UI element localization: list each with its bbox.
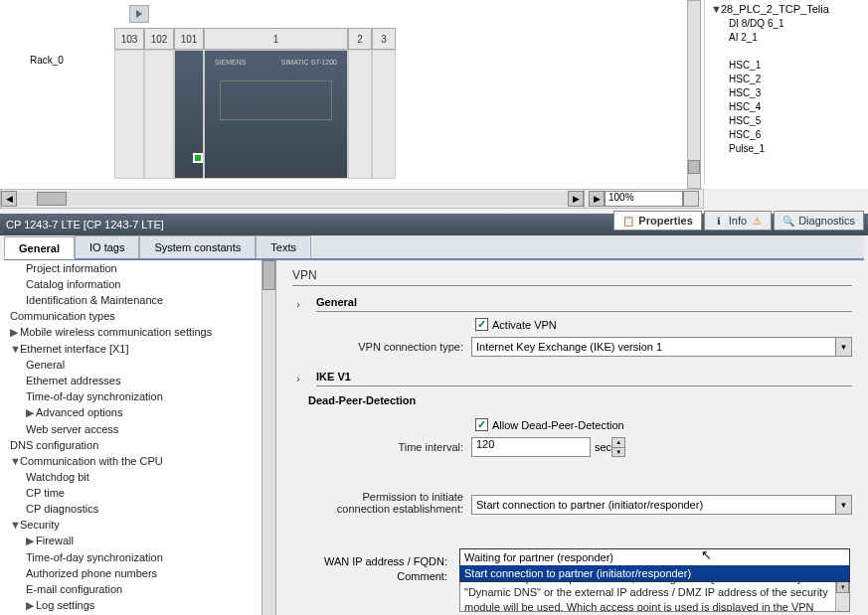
nav-item[interactable]: General bbox=[0, 357, 275, 373]
time-interval-spinner[interactable]: ▲▼ bbox=[611, 437, 625, 457]
chevron-right-icon[interactable]: ▶ bbox=[10, 326, 20, 339]
tree-item[interactable]: HSC_5 bbox=[707, 113, 866, 127]
tab-io-tags[interactable]: IO tags bbox=[75, 235, 139, 258]
tree-item[interactable]: AI 2_1 bbox=[707, 30, 866, 44]
play-button[interactable] bbox=[129, 5, 149, 23]
wan-ip-label: WAN IP address / FQDN: bbox=[276, 555, 455, 567]
plc-model: SIMATIC S7-1200 bbox=[281, 59, 337, 73]
nav-item[interactable]: Web server access bbox=[0, 421, 275, 437]
activate-vpn-checkbox[interactable] bbox=[475, 318, 488, 331]
tree-item[interactable]: Pulse_1 bbox=[707, 141, 866, 155]
allow-dpd-checkbox[interactable] bbox=[475, 418, 488, 431]
nav-item[interactable]: Identification & Maintenance bbox=[0, 292, 275, 308]
expander-ike[interactable]: › IKE V1 bbox=[292, 371, 852, 386]
slot-header-102: 102 bbox=[144, 28, 174, 50]
permission-dropdown-list[interactable]: Waiting for partner (responder) Start co… bbox=[459, 548, 850, 582]
tree-item[interactable]: HSC_6 bbox=[707, 127, 866, 141]
slot-header-3: 3 bbox=[372, 28, 396, 50]
nav-item[interactable]: ▶Advanced options bbox=[0, 404, 275, 421]
activate-vpn-label: Activate VPN bbox=[492, 319, 557, 331]
tree-item[interactable]: HSC_3 bbox=[707, 85, 866, 99]
nav-item[interactable]: Authorized phone numbers bbox=[0, 565, 275, 581]
comment-label: Comment: bbox=[276, 570, 455, 582]
tab-system-constants[interactable]: System constants bbox=[139, 235, 256, 258]
slot-103[interactable] bbox=[114, 50, 144, 179]
info-icon: ℹ bbox=[713, 215, 725, 227]
nav-item[interactable]: Communication types bbox=[0, 308, 275, 324]
hw-vertical-scrollbar[interactable] bbox=[687, 0, 701, 189]
tree-item[interactable]: HSC_1 bbox=[707, 58, 866, 72]
time-interval-label: Time interval: bbox=[292, 441, 471, 453]
slot-3[interactable] bbox=[372, 50, 396, 179]
tree-item[interactable]: DI 8/DQ 6_1 bbox=[707, 16, 866, 30]
zoom-control: ▶ 100% bbox=[584, 190, 703, 208]
nav-tree-scrollbar[interactable] bbox=[261, 260, 275, 615]
warning-icon: ⚠ bbox=[751, 215, 763, 227]
tree-item[interactable]: HSC_4 bbox=[707, 99, 866, 113]
chevron-right-icon[interactable]: ▶ bbox=[26, 599, 36, 612]
slot-1-plc[interactable]: SIEMENS SIMATIC S7-1200 bbox=[204, 50, 348, 179]
scroll-right-icon-2[interactable]: ▶ bbox=[589, 191, 605, 207]
expander-general[interactable]: › General bbox=[292, 296, 852, 312]
nav-item[interactable]: ▶Mobile wireless communication settings bbox=[0, 324, 275, 341]
slot-header-101: 101 bbox=[174, 28, 204, 50]
tree-item[interactable] bbox=[707, 44, 866, 58]
chevron-down-icon[interactable]: ▼ bbox=[835, 496, 851, 514]
chevron-down-icon[interactable]: ▼ bbox=[10, 343, 20, 355]
vpn-conn-type-select[interactable]: Internet Key Exchange (IKE) version 1 ▼ bbox=[471, 337, 852, 357]
property-tabs: General IO tags System constants Texts bbox=[4, 235, 864, 260]
tab-texts[interactable]: Texts bbox=[256, 235, 311, 258]
tree-item[interactable]: HSC_2 bbox=[707, 72, 866, 85]
slot-102[interactable] bbox=[144, 50, 174, 179]
rack-canvas[interactable]: Rack_0 103 102 101 1 2 3 bbox=[0, 0, 696, 184]
slot-header-1: 1 bbox=[204, 28, 348, 50]
nav-item[interactable]: Catalog information bbox=[0, 276, 275, 292]
nav-item[interactable]: Watchdog bit bbox=[0, 469, 275, 485]
permission-select[interactable]: Start connection to partner (initiator/r… bbox=[471, 495, 852, 515]
properties-icon: 📋 bbox=[622, 215, 634, 227]
tab-info[interactable]: ℹInfo⚠ bbox=[704, 211, 772, 231]
nav-item[interactable]: ▶Log settings bbox=[0, 597, 275, 614]
tree-root[interactable]: ▼28_PLC_2_TCP_Telia bbox=[707, 2, 866, 16]
tab-general[interactable]: General bbox=[4, 236, 75, 259]
scroll-left-icon[interactable]: ◀ bbox=[1, 191, 17, 207]
nav-item[interactable]: DNS configuration bbox=[0, 437, 275, 453]
nav-item[interactable]: CP time bbox=[0, 485, 275, 501]
nav-item[interactable]: ▶Firewall bbox=[0, 533, 275, 549]
zoom-input[interactable]: 100% bbox=[605, 191, 683, 207]
scroll-right-icon[interactable]: ▶ bbox=[568, 191, 584, 207]
tab-properties[interactable]: 📋Properties bbox=[613, 211, 701, 231]
nav-item[interactable]: Ethernet addresses bbox=[0, 373, 275, 388]
rack-body: SIEMENS SIMATIC S7-1200 bbox=[114, 50, 396, 179]
zoom-spinner[interactable] bbox=[683, 191, 699, 207]
chevron-down-icon[interactable]: ▼ bbox=[10, 519, 20, 531]
dropdown-option[interactable]: Waiting for partner (responder) bbox=[460, 549, 849, 565]
nav-item[interactable]: Time-of-day synchronization bbox=[0, 549, 275, 565]
module-led-icon bbox=[193, 153, 203, 163]
rack-label: Rack_0 bbox=[30, 55, 64, 66]
dropdown-option-highlighted[interactable]: Start connection to partner (initiator/r… bbox=[460, 565, 849, 581]
nav-item[interactable]: CP diagnostics bbox=[0, 501, 275, 517]
chevron-down-icon[interactable]: ▼ bbox=[835, 338, 851, 356]
time-interval-input[interactable]: 120 bbox=[471, 437, 591, 457]
nav-item[interactable]: ▼Communication with the CPU bbox=[0, 453, 275, 469]
chevron-right-icon[interactable]: ▶ bbox=[26, 535, 36, 547]
tab-diagnostics[interactable]: 🔍Diagnostics bbox=[774, 211, 864, 231]
time-interval-unit: sec bbox=[595, 441, 611, 453]
slot-2[interactable] bbox=[348, 50, 372, 179]
selected-object-title: CP 1243-7 LTE [CP 1243-7 LTE] 📋Propertie… bbox=[0, 214, 868, 235]
nav-item[interactable]: Time-of-day synchronization bbox=[0, 388, 275, 404]
chevron-right-icon: › bbox=[292, 298, 304, 310]
nav-item[interactable]: E-mail configuration bbox=[0, 581, 275, 597]
slot-headers: 103 102 101 1 2 3 bbox=[114, 28, 396, 50]
hw-horizontal-scrollbar[interactable]: ◀ ▶ bbox=[1, 190, 584, 208]
nav-item[interactable]: ▼Ethernet interface [X1] bbox=[0, 341, 275, 357]
dpd-heading: Dead-Peer-Detection bbox=[308, 394, 852, 406]
slot-header-2: 2 bbox=[348, 28, 372, 50]
slot-101-module[interactable] bbox=[174, 50, 204, 179]
chevron-down-icon[interactable]: ▼ bbox=[10, 455, 20, 467]
chevron-right-icon[interactable]: ▶ bbox=[26, 406, 36, 419]
permission-label: Permission to initiate connection establ… bbox=[292, 491, 471, 515]
nav-item[interactable]: Project information bbox=[0, 260, 275, 276]
nav-item[interactable]: ▼Security bbox=[0, 517, 275, 533]
